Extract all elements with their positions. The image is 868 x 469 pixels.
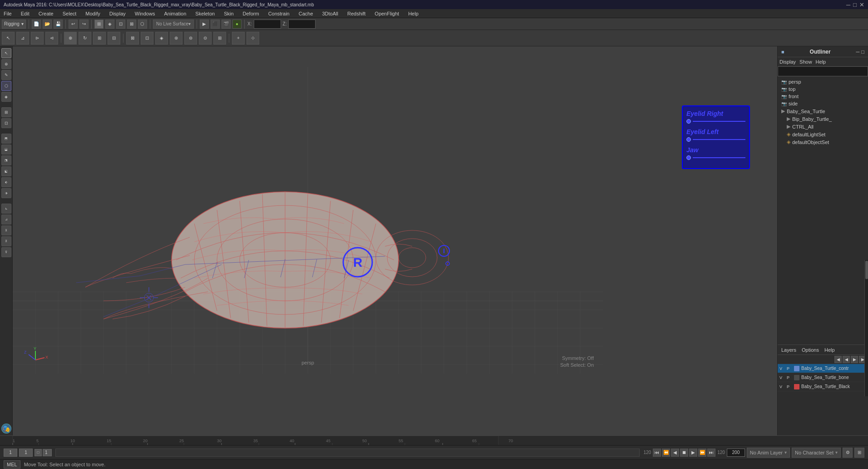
timeline-range[interactable]	[55, 449, 640, 457]
tree-item-ctrl-all[interactable]: ▶ CTRL_All	[779, 123, 866, 130]
layer-fwd-btn[interactable]: ▶	[851, 356, 858, 363]
frame-box-value[interactable]: 1	[43, 449, 52, 456]
vp-btn-2[interactable]: ⊕	[24, 58, 32, 66]
left-tool-18[interactable]: ⊽	[1, 247, 11, 257]
play-back-end-btn[interactable]: ⏮	[653, 449, 661, 457]
current-frame-box[interactable]: 1	[4, 449, 17, 457]
vp-btn-6[interactable]: ▣	[62, 58, 70, 66]
soft-sel-btn[interactable]: ⊲	[45, 32, 58, 45]
no-live-surface-btn[interactable]: No Live Surface ▾	[153, 20, 194, 29]
snap2-btn[interactable]: ⊡	[141, 32, 153, 45]
no-char-set-btn[interactable]: No Character Set ▾	[792, 448, 841, 458]
outliner-min-btn[interactable]: ─	[856, 49, 860, 55]
outliner-max-btn[interactable]: □	[861, 49, 864, 55]
layer-back-btn[interactable]: ◀	[834, 356, 842, 363]
maximize-button[interactable]: □	[853, 1, 857, 8]
snap7-btn[interactable]: ⊞	[213, 32, 226, 45]
gamma-dropdown[interactable]: sRGB gamma ▾	[250, 58, 285, 66]
left-tool-select[interactable]: ↖	[1, 48, 11, 58]
tree-item-top[interactable]: 📷 top	[779, 85, 866, 93]
tool3-btn[interactable]: ⬡	[138, 20, 147, 29]
vp-btn-4[interactable]: ◱	[43, 58, 51, 66]
menu-3dtoall[interactable]: 3DtoAll	[321, 10, 340, 17]
stop-btn[interactable]: ⏹	[680, 449, 688, 457]
step-back-btn[interactable]: ◀	[671, 449, 679, 457]
z-input[interactable]	[288, 20, 316, 29]
undo-btn[interactable]: ↩	[69, 20, 78, 29]
render-btn3[interactable]: 🎬	[222, 20, 231, 29]
tool2-btn[interactable]: ⊠	[127, 20, 136, 29]
range-end-box[interactable]: 200	[727, 449, 745, 457]
new-file-btn[interactable]: 📄	[32, 20, 41, 29]
left-tool-12[interactable]: ⬖	[1, 177, 11, 187]
menu-constrain[interactable]: Constrain	[266, 10, 291, 17]
menu-create[interactable]: Create	[37, 10, 55, 17]
menu-cache[interactable]: Cache	[297, 10, 315, 17]
left-tool-14[interactable]: ⊾	[1, 204, 11, 214]
select-mode-btn[interactable]: ↖	[2, 32, 15, 45]
left-tool-8[interactable]: ⬒	[1, 134, 11, 144]
vp-menu-renderer[interactable]: Renderer	[107, 48, 132, 55]
snap5-btn[interactable]: ⊜	[184, 32, 197, 45]
layer-row-ctrl[interactable]: V P Baby_Sea_Turtle_contr	[778, 364, 868, 373]
scale-btn[interactable]: ⊞	[93, 32, 106, 45]
vp-btn-20[interactable]: ●	[203, 58, 211, 66]
right-scrollbar[interactable]	[864, 260, 868, 396]
snap1-btn[interactable]: ⊠	[126, 32, 139, 45]
left-tool-3[interactable]: ✎	[1, 70, 11, 80]
minimize-button[interactable]: ─	[846, 1, 850, 8]
vp-btn-17[interactable]: ⊠	[174, 58, 182, 66]
left-tool-15[interactable]: ⊿	[1, 215, 11, 225]
layers-menu-help[interactable]: Help	[824, 347, 835, 353]
vp-btn-19[interactable]: ◈	[193, 58, 202, 66]
tree-item-default-light-set[interactable]: ◈ defaultLightSet	[779, 130, 866, 138]
settings-btn1[interactable]: ⚙	[843, 448, 853, 458]
menu-deform[interactable]: Deform	[241, 10, 261, 17]
start-frame-box[interactable]: 1	[19, 449, 33, 457]
save-file-btn[interactable]: 💾	[54, 20, 63, 29]
play-fwd-end-btn[interactable]: ⏭	[707, 449, 715, 457]
rigging-dropdown[interactable]: Rigging ▾	[2, 20, 26, 29]
menu-redshift[interactable]: Redshift	[345, 10, 367, 17]
camera-sphere-btn[interactable]: 🎭	[1, 424, 11, 434]
menu-help[interactable]: Help	[406, 10, 420, 17]
step-fwd-btn[interactable]: ▶	[689, 449, 697, 457]
left-tool-16[interactable]: ⊻	[1, 225, 11, 235]
left-tool-4[interactable]: ⬡	[1, 81, 11, 91]
menu-modify[interactable]: Modify	[84, 10, 102, 17]
menu-skin[interactable]: Skin	[222, 10, 235, 17]
transform-btn[interactable]: ⊟	[108, 32, 120, 45]
open-file-btn[interactable]: 📂	[43, 20, 52, 29]
menu-select[interactable]: Select	[61, 10, 79, 17]
menu-file[interactable]: File	[2, 10, 14, 17]
left-tool-2[interactable]: ⊕	[1, 59, 11, 69]
settings-btn2[interactable]: ⊞	[854, 448, 864, 458]
vp-btn-16[interactable]: ⊡	[165, 58, 173, 66]
vp-btn-8[interactable]: ▤	[85, 58, 93, 66]
vp-btn-12[interactable]: ▨	[123, 58, 131, 66]
eyelid-right-slider[interactable]	[686, 119, 745, 124]
left-tool-17[interactable]: ⊼	[1, 236, 11, 246]
rotate-btn[interactable]: ↻	[79, 32, 91, 45]
no-anim-layer-btn[interactable]: No Anim Layer ▾	[747, 448, 790, 458]
eyelid-left-slider[interactable]	[686, 137, 745, 142]
render-btn1[interactable]: ▶	[200, 20, 209, 29]
mel-label[interactable]: MEL	[4, 460, 20, 469]
out-menu-show[interactable]: Show	[799, 59, 812, 65]
tree-item-default-object-set[interactable]: ◈ defaultObjectSet	[779, 138, 866, 146]
snap-btn[interactable]: ◈	[105, 20, 114, 29]
crosshair-btn[interactable]: ⊹	[247, 32, 259, 45]
tree-item-side[interactable]: 📷 side	[779, 100, 866, 107]
vp-btn-18[interactable]: ⊟	[184, 58, 192, 66]
render-btn2[interactable]: ⬛	[211, 20, 220, 29]
menu-openflight[interactable]: OpenFlight	[373, 10, 401, 17]
vp-menu-panels[interactable]: Panels	[136, 48, 155, 55]
select-btn[interactable]: ⊞	[94, 20, 104, 29]
left-tool-10[interactable]: ⬔	[1, 155, 11, 165]
outliner-search-input[interactable]	[778, 66, 868, 76]
layers-menu-options[interactable]: Options	[802, 347, 819, 353]
snap6-btn[interactable]: ⊝	[199, 32, 212, 45]
x-input[interactable]	[254, 20, 281, 29]
tree-item-baby-turtle[interactable]: ▶ Baby_Sea_Turtle	[779, 107, 866, 115]
render-btn4[interactable]: ●	[232, 20, 242, 29]
